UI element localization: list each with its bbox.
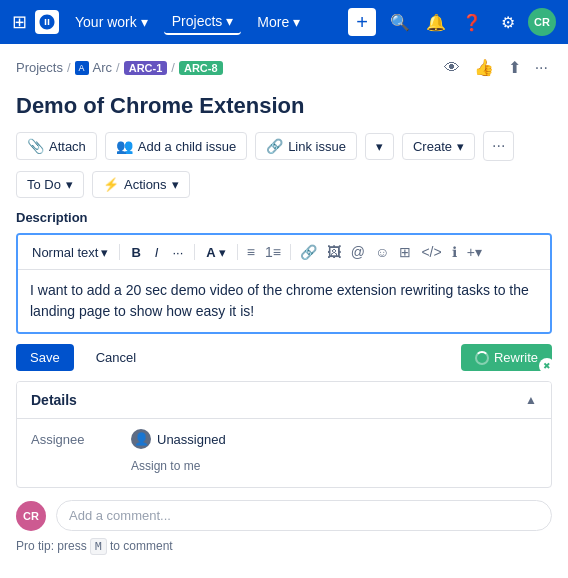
chevron-down-icon: ▾ <box>101 245 108 260</box>
grid-icon[interactable]: ⊞ <box>12 11 27 33</box>
chevron-down-icon: ▾ <box>66 177 73 192</box>
toolbar-separator-3 <box>237 244 238 260</box>
search-icon[interactable]: 🔍 <box>384 6 416 38</box>
watch-icon[interactable]: 👁 <box>440 55 464 81</box>
toolbar-separator-4 <box>290 244 291 260</box>
arc8-badge: ARC-8 <box>179 61 223 75</box>
chevron-down-icon: ▾ <box>457 139 464 154</box>
child-issue-icon: 👥 <box>116 138 133 154</box>
page-title: Demo of Chrome Extension <box>0 87 568 131</box>
assign-to-me-link[interactable]: Assign to me <box>131 455 537 477</box>
breadcrumb-arc8[interactable]: ARC-8 <box>179 61 223 75</box>
more-menu[interactable]: More ▾ <box>249 10 308 34</box>
assignee-label: Assignee <box>31 432 131 447</box>
todo-status-button[interactable]: To Do ▾ <box>16 171 84 198</box>
arc-icon: A <box>75 61 89 75</box>
text-color-button[interactable]: A ▾ <box>200 242 231 263</box>
chevron-down-icon: ▾ <box>293 14 300 30</box>
settings-icon[interactable]: ⚙ <box>492 6 524 38</box>
details-section: Details ▲ Assignee 👤 Unassigned Assign t… <box>16 381 552 488</box>
link-icon: 🔗 <box>266 138 283 154</box>
bullet-list-icon[interactable]: ≡ <box>243 241 259 263</box>
projects-menu[interactable]: Projects ▾ <box>164 9 242 35</box>
comment-section: CR Add a comment... <box>0 488 568 537</box>
create-button[interactable]: + <box>348 8 376 36</box>
chevron-down-icon: ▾ <box>376 139 383 154</box>
loading-spinner <box>475 351 489 365</box>
chevron-down-icon: ▾ <box>226 13 233 29</box>
breadcrumb: Projects / A Arc / ARC-1 / ARC-8 👁 👍 ⬆ ·… <box>0 44 568 87</box>
ai-overlay-icon: ✖ <box>539 358 555 374</box>
top-navigation: ⊞ Your work ▾ Projects ▾ More ▾ + 🔍 🔔 ❓ … <box>0 0 568 44</box>
action-row: Save Cancel Rewrite ✖ <box>0 334 568 381</box>
rewrite-button[interactable]: Rewrite ✖ <box>461 344 552 371</box>
more-toolbar-button[interactable]: ··· <box>483 131 514 161</box>
more-options-icon[interactable]: ··· <box>531 55 552 81</box>
editor-toolbar: Normal text ▾ B I ··· A ▾ ≡ 1≡ 🔗 🖼 @ ☺ ⊞… <box>18 235 550 270</box>
notifications-icon[interactable]: 🔔 <box>420 6 452 38</box>
image-icon[interactable]: 🖼 <box>323 241 345 263</box>
editor-content[interactable]: I want to add a 20 sec demo video of the… <box>18 270 550 332</box>
share-icon[interactable]: ⬆ <box>504 54 525 81</box>
your-work-menu[interactable]: Your work ▾ <box>67 10 156 34</box>
more-options-icon[interactable]: +▾ <box>463 241 486 263</box>
pro-tip: Pro tip: press M to comment <box>0 537 568 561</box>
toolbar-separator-2 <box>194 244 195 260</box>
thumbs-up-icon[interactable]: 👍 <box>470 54 498 81</box>
breadcrumb-arc[interactable]: A Arc <box>75 60 113 75</box>
arc1-badge: ARC-1 <box>124 61 168 75</box>
bold-button[interactable]: B <box>125 242 146 263</box>
italic-button[interactable]: I <box>149 242 165 263</box>
breadcrumb-arc1[interactable]: ARC-1 <box>124 61 168 75</box>
info-icon[interactable]: ℹ <box>448 241 461 263</box>
actions-button[interactable]: ⚡ Actions ▾ <box>92 171 190 198</box>
more-text-button[interactable]: ··· <box>166 242 189 263</box>
description-label: Description <box>0 210 568 233</box>
add-child-issue-button[interactable]: 👥 Add a child issue <box>105 132 247 160</box>
atlassian-logo[interactable] <box>35 10 59 34</box>
table-icon[interactable]: ⊞ <box>395 241 415 263</box>
avatar[interactable]: CR <box>528 8 556 36</box>
details-title: Details <box>31 392 77 408</box>
assignee-icon: 👤 <box>131 429 151 449</box>
create-button[interactable]: Create ▾ <box>402 133 475 160</box>
breadcrumb-actions: 👁 👍 ⬆ ··· <box>440 54 552 81</box>
ordered-list-icon[interactable]: 1≡ <box>261 241 285 263</box>
nav-icons: 🔍 🔔 ❓ ⚙ CR <box>384 6 556 38</box>
assignee-value[interactable]: 👤 Unassigned <box>131 429 226 449</box>
dropdown-separator-button[interactable]: ▾ <box>365 133 394 160</box>
comment-input[interactable]: Add a comment... <box>56 500 552 531</box>
description-editor[interactable]: Normal text ▾ B I ··· A ▾ ≡ 1≡ 🔗 🖼 @ ☺ ⊞… <box>16 233 552 334</box>
help-icon[interactable]: ❓ <box>456 6 488 38</box>
chevron-down-icon: ▾ <box>141 14 148 30</box>
chevron-down-icon: ▾ <box>219 245 226 260</box>
chevron-down-icon: ▾ <box>172 177 179 192</box>
save-button[interactable]: Save <box>16 344 74 371</box>
attach-button[interactable]: 📎 Attach <box>16 132 97 160</box>
chevron-up-icon: ▲ <box>525 393 537 407</box>
assignee-row: Assignee 👤 Unassigned <box>31 419 537 455</box>
text-color-icon: A <box>206 245 215 260</box>
paperclip-icon: 📎 <box>27 138 44 154</box>
mention-icon[interactable]: @ <box>347 241 369 263</box>
details-header[interactable]: Details ▲ <box>17 382 551 418</box>
details-body: Assignee 👤 Unassigned Assign to me <box>17 418 551 487</box>
emoji-icon[interactable]: ☺ <box>371 241 393 263</box>
keyboard-shortcut: M <box>90 538 107 555</box>
hyperlink-icon[interactable]: 🔗 <box>296 241 321 263</box>
code-icon[interactable]: </> <box>417 241 445 263</box>
lightning-icon: ⚡ <box>103 177 119 192</box>
text-style-dropdown[interactable]: Normal text ▾ <box>26 242 114 263</box>
status-row: To Do ▾ ⚡ Actions ▾ <box>0 171 568 210</box>
link-issue-button[interactable]: 🔗 Link issue <box>255 132 357 160</box>
issue-toolbar: 📎 Attach 👥 Add a child issue 🔗 Link issu… <box>0 131 568 171</box>
cancel-button[interactable]: Cancel <box>82 344 150 371</box>
breadcrumb-projects[interactable]: Projects <box>16 60 63 75</box>
toolbar-separator <box>119 244 120 260</box>
comment-avatar: CR <box>16 501 46 531</box>
